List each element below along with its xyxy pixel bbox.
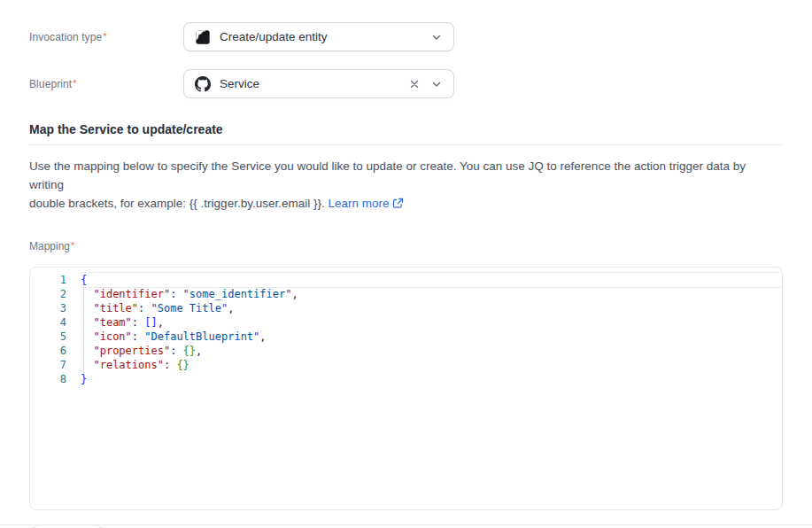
invocation-type-label-text: Invocation type [29,31,102,43]
mapping-code-editor[interactable]: 1{2 "identifier": "some_identifier",3 "t… [29,267,783,510]
line-number: 6 [30,344,66,358]
mapping-label: Mapping* [29,240,783,252]
code-lines: 1{2 "identifier": "some_identifier",3 "t… [30,273,782,386]
blueprint-row: Blueprint* Service [29,69,783,98]
code-line[interactable]: 6 "properties": {}, [30,344,782,358]
code-line-content: "relations": {} [66,358,189,372]
blueprint-select[interactable]: Service [183,69,454,98]
mapping-description: Use the mapping below to specify the Ser… [29,157,783,214]
chevron-down-icon[interactable] [431,32,442,43]
bottom-divider [0,524,812,525]
code-line[interactable]: 1{ [30,273,782,287]
code-line-content: "icon": "DefaultBlueprint", [66,330,267,344]
required-asterisk: * [73,78,76,89]
code-line-content: } [66,372,87,386]
line-number: 4 [30,315,66,330]
description-line-1: Use the mapping below to specify the Ser… [29,159,746,191]
invocation-type-select[interactable]: Create/update entity [183,22,454,51]
line-number: 1 [30,273,66,287]
code-line-content: "team": [], [66,315,164,330]
section-heading: Map the Service to update/create [29,122,783,136]
code-line[interactable]: 8} [30,372,782,386]
external-link-icon[interactable] [392,196,404,214]
action-form-panel: Invocation type* Create/update entity Bl… [0,22,812,528]
create-update-entity-icon [195,29,211,45]
code-line-content: "identifier": "some_identifier", [66,287,298,301]
invocation-type-value: Create/update entity [220,30,424,43]
required-asterisk: * [103,31,106,42]
blueprint-value: Service [220,77,402,90]
invocation-type-label: Invocation type* [29,31,183,43]
chevron-down-icon[interactable] [431,79,442,89]
code-line-content: "title": "Some Title", [66,301,234,315]
mapping-label-text: Mapping [29,240,70,252]
line-number: 5 [30,330,66,344]
learn-more-link[interactable]: Learn more [328,197,389,210]
code-line[interactable]: 7 "relations": {} [30,358,782,372]
github-icon [195,76,211,92]
code-line[interactable]: 2 "identifier": "some_identifier", [30,287,782,301]
line-number: 3 [30,301,66,315]
clear-selection-icon[interactable] [409,79,420,89]
code-line-content: "properties": {}, [66,344,202,358]
blueprint-label-text: Blueprint [29,78,72,90]
code-line[interactable]: 3 "title": "Some Title", [30,301,782,315]
line-number: 8 [30,372,66,386]
description-line-2: double brackets, for example: {{ .trigge… [29,197,325,210]
invocation-type-row: Invocation type* Create/update entity [29,22,783,51]
required-asterisk: * [71,240,74,251]
code-line-content: { [66,273,87,287]
section-divider [29,144,783,145]
line-number: 7 [30,358,66,372]
blueprint-label: Blueprint* [29,78,183,90]
line-number: 2 [30,287,66,301]
code-line[interactable]: 4 "team": [], [30,315,782,330]
code-line[interactable]: 5 "icon": "DefaultBlueprint", [30,330,782,344]
